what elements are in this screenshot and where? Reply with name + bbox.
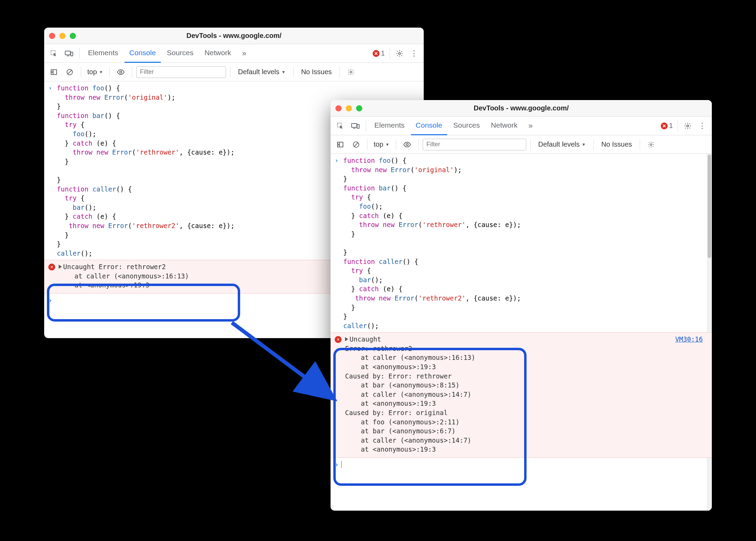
console-body: › function foo() { throw new Error('orig…: [331, 154, 712, 511]
context-selector[interactable]: top▼: [85, 68, 105, 76]
svg-rect-10: [357, 125, 359, 128]
svg-rect-9: [352, 124, 357, 127]
error-count-badge[interactable]: ✕ 1: [371, 49, 387, 57]
tab-elements[interactable]: Elements: [370, 117, 410, 135]
prompt-icon: ›: [335, 156, 338, 330]
titlebar: DevTools - www.google.com/: [44, 28, 424, 44]
maximize-icon[interactable]: [356, 105, 362, 111]
error-row[interactable]: ✕ VM30:16 Uncaught Error: rethrower2 at …: [331, 332, 712, 458]
device-toolbar-icon[interactable]: [62, 47, 76, 60]
svg-point-3: [399, 52, 401, 55]
minimize-icon[interactable]: [59, 33, 66, 39]
expand-triangle-icon[interactable]: [59, 265, 62, 269]
svg-point-7: [350, 71, 352, 73]
error-icon: ✕: [661, 122, 668, 129]
close-icon[interactable]: [49, 33, 55, 39]
tab-network[interactable]: Network: [200, 44, 236, 63]
error-count-badge[interactable]: ✕ 1: [659, 122, 675, 130]
inspect-icon[interactable]: [47, 47, 61, 60]
titlebar: DevTools - www.google.com/: [331, 100, 712, 117]
error-message: Uncaught Error: rethrower2 at caller (<a…: [59, 262, 189, 290]
console-settings-gear-icon[interactable]: [344, 65, 358, 79]
traffic-lights: [49, 33, 76, 39]
filter-input[interactable]: [423, 139, 526, 150]
tab-bar: Elements Console Sources Network » ✕ 1 ⋮: [44, 44, 424, 63]
issues-label[interactable]: No Issues: [598, 140, 636, 148]
kebab-icon[interactable]: ⋮: [695, 119, 709, 133]
code-block: function foo() { throw new Error('origin…: [57, 83, 235, 258]
clear-console-icon[interactable]: [349, 138, 363, 151]
filter-input[interactable]: [136, 66, 226, 78]
code-input-row: › function foo() { throw new Error('orig…: [331, 154, 712, 332]
device-toolbar-icon[interactable]: [348, 119, 362, 133]
error-icon: ✕: [335, 336, 342, 343]
window-title: DevTools - www.google.com/: [44, 32, 424, 40]
tab-console[interactable]: Console: [411, 117, 447, 135]
svg-point-6: [120, 71, 122, 73]
svg-rect-2: [71, 52, 73, 56]
inspect-icon[interactable]: [333, 119, 347, 133]
tab-console[interactable]: Console: [125, 44, 161, 63]
minimize-icon[interactable]: [346, 105, 352, 111]
svg-point-11: [687, 125, 689, 127]
console-toolbar: top▼ Default levels▼ No Issues: [331, 135, 712, 154]
svg-point-14: [406, 144, 408, 146]
prompt-icon: ›: [48, 83, 52, 258]
gear-icon[interactable]: [393, 47, 406, 60]
console-toolbar: top▼ Default levels▼ No Issues: [44, 63, 424, 81]
expand-triangle-icon[interactable]: [345, 337, 348, 341]
sidebar-toggle-icon[interactable]: [333, 138, 347, 151]
kebab-icon[interactable]: ⋮: [407, 47, 421, 60]
sidebar-toggle-icon[interactable]: [47, 65, 61, 79]
svg-rect-1: [65, 51, 70, 55]
tab-bar: Elements Console Sources Network » ✕ 1 ⋮: [331, 117, 712, 135]
gear-icon[interactable]: [681, 119, 695, 133]
more-tabs-icon[interactable]: »: [524, 119, 538, 133]
context-selector[interactable]: top▼: [372, 140, 392, 148]
levels-dropdown[interactable]: Default levels▼: [235, 68, 289, 76]
tab-sources[interactable]: Sources: [162, 44, 198, 63]
source-link[interactable]: VM30:16: [675, 335, 703, 344]
close-icon[interactable]: [335, 105, 342, 111]
traffic-lights: [335, 105, 362, 111]
code-block: function foo() { throw new Error('origin…: [343, 156, 521, 330]
error-icon: ✕: [373, 50, 380, 57]
live-expression-icon[interactable]: [400, 138, 414, 151]
devtools-window-after: DevTools - www.google.com/ Elements Cons…: [331, 100, 712, 511]
tab-sources[interactable]: Sources: [449, 117, 485, 135]
issues-label[interactable]: No Issues: [298, 68, 335, 76]
tab-network[interactable]: Network: [486, 117, 522, 135]
clear-console-icon[interactable]: [63, 65, 77, 79]
svg-point-15: [650, 144, 652, 145]
error-message: Uncaught Error: rethrower2 at caller (<a…: [345, 335, 475, 454]
levels-dropdown[interactable]: Default levels▼: [535, 140, 589, 148]
window-title: DevTools - www.google.com/: [331, 104, 712, 112]
next-prompt[interactable]: ›: [331, 458, 712, 471]
error-icon: ✕: [48, 264, 55, 270]
more-tabs-icon[interactable]: »: [237, 47, 251, 60]
maximize-icon[interactable]: [70, 33, 76, 39]
live-expression-icon[interactable]: [114, 65, 128, 79]
console-settings-gear-icon[interactable]: [644, 138, 658, 151]
tab-elements[interactable]: Elements: [83, 44, 123, 63]
